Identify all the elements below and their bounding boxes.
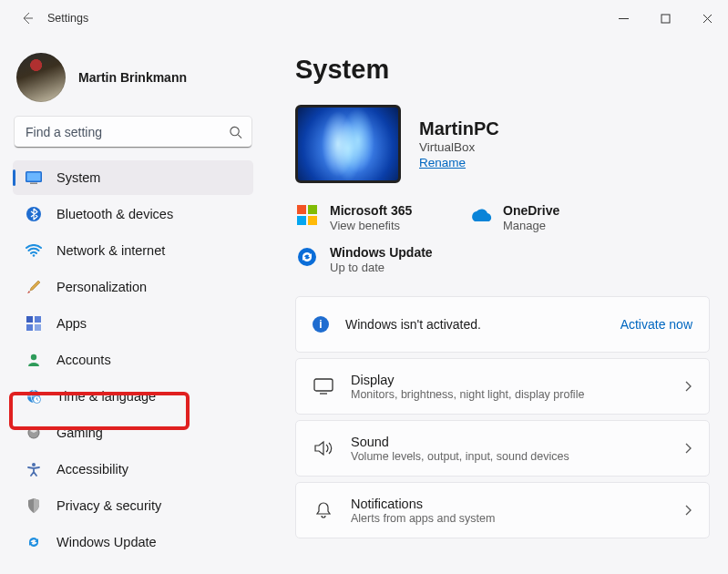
maximize-button[interactable] [644,5,686,32]
info-icon: i [313,316,329,333]
sidebar-item-personalization[interactable]: Personalization [13,270,253,304]
accessibility-icon [26,461,42,477]
sidebar-item-gaming[interactable]: Gaming [13,415,253,450]
device-thumbnail[interactable] [295,105,401,183]
sidebar-item-label: Bluetooth & devices [56,207,173,221]
svg-point-16 [32,463,36,466]
bell-icon [313,501,334,519]
window-controls [602,5,728,32]
bluetooth-icon [26,206,42,222]
sidebar-item-privacy[interactable]: Privacy & security [13,488,253,523]
card-display[interactable]: Display Monitors, brightness, night ligh… [295,358,710,415]
activation-alert[interactable]: i Windows isn't activated. Activate now [295,296,710,353]
wifi-icon [26,242,42,259]
service-title: Microsoft 365 [330,203,412,218]
close-icon [702,14,713,24]
sidebar-item-label: Accounts [56,353,111,367]
chevron-right-icon [683,380,692,393]
rename-link[interactable]: Rename [419,156,466,169]
sidebar-item-label: Privacy & security [56,498,161,513]
system-icon [26,169,42,186]
card-notifications[interactable]: Notifications Alerts from apps and syste… [295,482,710,538]
card-subtitle: Monitors, brightness, night light, displ… [351,388,584,401]
sidebar-item-accounts[interactable]: Accounts [13,343,253,377]
globe-clock-icon [26,388,42,405]
sound-icon [313,440,334,456]
svg-rect-10 [35,324,41,331]
window-title: Settings [47,12,88,25]
svg-rect-0 [661,15,670,23]
apps-icon [26,315,42,332]
sidebar-item-time-language[interactable]: Time & language [13,379,253,414]
minimize-icon [619,14,629,24]
sidebar-item-bluetooth[interactable]: Bluetooth & devices [13,197,253,231]
service-subtitle: Manage [503,219,559,232]
minimize-button[interactable] [602,5,644,32]
sidebar-item-system[interactable]: System [13,160,253,195]
sidebar-item-accessibility[interactable]: Accessibility [13,452,253,487]
sidebar-item-label: Network & internet [56,243,165,258]
back-button[interactable] [9,0,46,36]
sidebar-item-label: Personalization [56,280,147,294]
svg-rect-19 [297,216,306,225]
card-title: Notifications [351,497,495,511]
sidebar-item-label: Apps [56,316,87,331]
service-subtitle: Up to date [330,261,433,274]
paintbrush-icon [26,279,42,295]
card-subtitle: Volume levels, output, input, sound devi… [351,450,569,463]
close-button[interactable] [686,5,728,32]
service-title: Windows Update [330,245,433,260]
svg-rect-3 [27,173,41,181]
maximize-icon [661,14,671,24]
svg-point-1 [231,127,239,135]
sidebar-item-label: System [56,170,100,185]
device-name: MartinPC [419,118,499,139]
svg-rect-4 [30,183,37,185]
avatar [16,53,66,102]
search-input[interactable] [15,117,251,148]
device-subtitle: VirtualBox [419,140,499,154]
nav: System Bluetooth & devices Network & int… [13,160,253,559]
windows-update-icon [295,245,319,269]
card-title: Sound [351,435,569,449]
main-panel: System MartinPC VirtualBox Rename Micros… [264,36,728,574]
service-microsoft-365[interactable]: Microsoft 365 View benefits [295,203,432,232]
sidebar: Martin Brinkmann System Bluetooth & devi… [0,36,264,574]
svg-rect-22 [314,379,333,391]
user-name: Martin Brinkmann [78,70,187,85]
activate-now-link[interactable]: Activate now [620,317,692,332]
search-icon [229,126,242,139]
device-summary: MartinPC VirtualBox Rename [295,105,710,183]
sidebar-item-apps[interactable]: Apps [13,306,253,341]
svg-rect-17 [297,205,306,214]
titlebar: Settings [0,0,728,36]
chevron-right-icon [683,504,692,517]
sidebar-item-label: Windows Update [56,535,157,549]
service-subtitle: View benefits [330,219,412,232]
sidebar-item-windows-update[interactable]: Windows Update [13,525,253,559]
activation-message: Windows isn't activated. [345,317,481,332]
shield-icon [26,497,42,514]
service-onedrive[interactable]: OneDrive Manage [468,203,605,232]
card-sound[interactable]: Sound Volume levels, output, input, soun… [295,420,710,477]
sidebar-item-label: Gaming [56,425,103,440]
sidebar-item-label: Accessibility [56,462,128,477]
update-icon [26,534,42,550]
svg-rect-20 [308,216,317,225]
search-box [15,117,251,148]
svg-rect-18 [308,205,317,214]
service-windows-update[interactable]: Windows Update Up to date [295,245,433,274]
svg-rect-9 [26,324,33,331]
card-subtitle: Alerts from apps and system [351,512,495,525]
svg-point-21 [298,248,316,266]
sidebar-item-label: Time & language [56,389,156,404]
svg-point-6 [33,254,36,257]
onedrive-icon [468,203,492,227]
sidebar-item-network[interactable]: Network & internet [13,233,253,268]
user-profile[interactable]: Martin Brinkmann [13,46,253,117]
display-icon [313,378,334,395]
svg-rect-8 [35,316,41,323]
arrow-left-icon [20,11,35,26]
chevron-right-icon [683,442,692,455]
gaming-icon [26,425,42,441]
